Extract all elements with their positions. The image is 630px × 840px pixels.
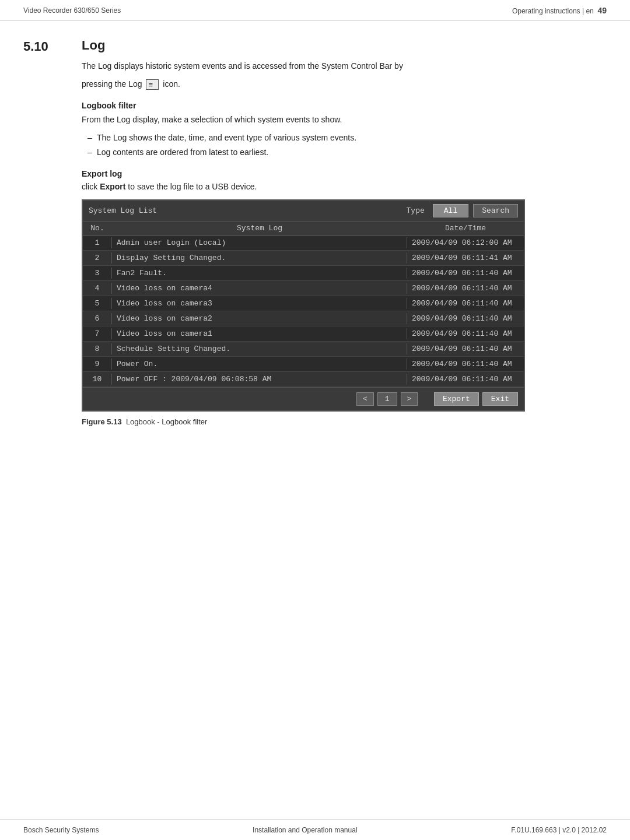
log-row-text: Schedule Setting Changed.	[112, 343, 407, 354]
log-table-row: 5Video loss on camera32009/04/09 06:11:4…	[83, 296, 524, 311]
section-block: 5.10 Log The Log displays historic syste…	[23, 38, 607, 426]
footer-company: Bosch Security Systems	[23, 826, 99, 834]
bullet-list: The Log shows the date, time, and event …	[88, 132, 607, 159]
log-next-button[interactable]: >	[401, 392, 418, 406]
figure-label: Figure 5.13	[82, 417, 122, 426]
bullet-item-2: Log contents are ordered from latest to …	[88, 146, 607, 159]
log-table-row: 4Video loss on camera42009/04/09 06:11:4…	[83, 281, 524, 296]
log-panel-title: System Log List	[89, 206, 402, 215]
header-doc-text: Operating instructions | en	[512, 7, 594, 15]
log-icon	[146, 79, 159, 90]
log-row-datetime: 2009/04/09 06:11:40 AM	[407, 313, 524, 324]
section-number: 5.10	[23, 39, 82, 54]
log-row-text: Display Setting Changed.	[112, 252, 407, 263]
section-intro: The Log displays historic system events …	[82, 60, 607, 72]
figure-caption-text: Logbook - Logbook filter	[126, 417, 207, 426]
log-page-number: 1	[377, 392, 397, 406]
log-row-text: Video loss on camera1	[112, 328, 407, 339]
log-all-button[interactable]: All	[433, 204, 468, 217]
bullet-item-1: The Log shows the date, time, and event …	[88, 132, 607, 144]
log-row-number: 1	[83, 237, 112, 248]
log-exit-button[interactable]: Exit	[482, 392, 518, 406]
log-panel-header: System Log List Type All Search	[83, 201, 524, 222]
log-row-datetime: 2009/04/09 06:11:40 AM	[407, 268, 524, 279]
header-page-number: 49	[597, 6, 607, 15]
log-table-row: 8Schedule Setting Changed.2009/04/09 06:…	[83, 342, 524, 357]
log-table-row: 2Display Setting Changed.2009/04/09 06:1…	[83, 251, 524, 266]
main-content: 5.10 Log The Log displays historic syste…	[0, 20, 630, 449]
col-log-header: System Log	[112, 224, 407, 233]
log-row-text: Video loss on camera4	[112, 283, 407, 294]
log-row-text: Video loss on camera3	[112, 298, 407, 309]
header-doc-info: Operating instructions | en 49	[512, 6, 607, 15]
log-row-number: 7	[83, 328, 112, 339]
log-table-row: 7Video loss on camera12009/04/09 06:11:4…	[83, 326, 524, 342]
export-bold: Export	[100, 182, 125, 191]
log-type-label: Type	[407, 206, 425, 215]
log-row-text: Power On.	[112, 359, 407, 370]
log-row-datetime: 2009/04/09 06:12:00 AM	[407, 237, 524, 248]
log-table-row: 1Admin user Login (Local)2009/04/09 06:1…	[83, 236, 524, 251]
logbook-filter-desc: From the Log display, make a selection o…	[82, 114, 607, 126]
log-table-row: 6Video loss on camera22009/04/09 06:11:4…	[83, 311, 524, 326]
export-log-heading: Export log	[82, 169, 607, 178]
log-row-text: Power OFF : 2009/04/09 06:08:58 AM	[112, 374, 407, 385]
logbook-filter-heading: Logbook filter	[82, 101, 607, 110]
log-row-number: 2	[83, 252, 112, 263]
log-table-row: 3Fan2 Fault.2009/04/09 06:11:40 AM	[83, 266, 524, 281]
export-desc: click Export to save the log file to a U…	[82, 182, 607, 191]
log-row-number: 4	[83, 283, 112, 294]
col-no-header: No.	[83, 224, 112, 233]
col-date-header: Date/Time	[407, 224, 524, 233]
log-row-text: Video loss on camera2	[112, 313, 407, 324]
page-footer: Bosch Security Systems Installation and …	[0, 820, 630, 840]
log-table-row: 9Power On.2009/04/09 06:11:40 AM	[83, 357, 524, 372]
footer-doc-id: F.01U.169.663 | v2.0 | 2012.02	[511, 826, 607, 834]
figure-caption: Figure 5.13 Logbook - Logbook filter	[82, 417, 607, 426]
log-table-header: No. System Log Date/Time	[83, 222, 524, 236]
log-row-datetime: 2009/04/09 06:11:40 AM	[407, 343, 524, 354]
log-row-datetime: 2009/04/09 06:11:40 AM	[407, 283, 524, 294]
log-row-datetime: 2009/04/09 06:11:41 AM	[407, 252, 524, 263]
log-export-button[interactable]: Export	[434, 392, 479, 406]
section-title-block: Log The Log displays historic system eve…	[82, 38, 607, 426]
log-row-datetime: 2009/04/09 06:11:40 AM	[407, 328, 524, 339]
log-row-number: 9	[83, 359, 112, 370]
log-row-number: 6	[83, 313, 112, 324]
log-row-number: 5	[83, 298, 112, 309]
log-row-number: 3	[83, 268, 112, 279]
section-intro-2: pressing the Log icon.	[82, 78, 607, 90]
log-row-datetime: 2009/04/09 06:11:40 AM	[407, 298, 524, 309]
log-row-text: Fan2 Fault.	[112, 268, 407, 279]
page-header: Video Recorder 630/650 Series Operating …	[0, 0, 630, 20]
log-row-number: 8	[83, 343, 112, 354]
log-row-datetime: 2009/04/09 06:11:40 AM	[407, 374, 524, 385]
section-title: Log	[82, 38, 607, 53]
log-row-number: 10	[83, 374, 112, 385]
log-panel: System Log List Type All Search No. Syst…	[82, 199, 525, 412]
log-table-row: 10Power OFF : 2009/04/09 06:08:58 AM2009…	[83, 372, 524, 387]
footer-doc-type: Installation and Operation manual	[253, 826, 357, 834]
log-search-button[interactable]: Search	[473, 204, 518, 217]
log-rows: 1Admin user Login (Local)2009/04/09 06:1…	[83, 236, 524, 387]
log-row-datetime: 2009/04/09 06:11:40 AM	[407, 359, 524, 370]
log-panel-footer: < 1 > Export Exit	[83, 387, 524, 410]
log-row-text: Admin user Login (Local)	[112, 237, 407, 248]
log-prev-button[interactable]: <	[356, 392, 374, 406]
header-product-name: Video Recorder 630/650 Series	[23, 6, 121, 15]
